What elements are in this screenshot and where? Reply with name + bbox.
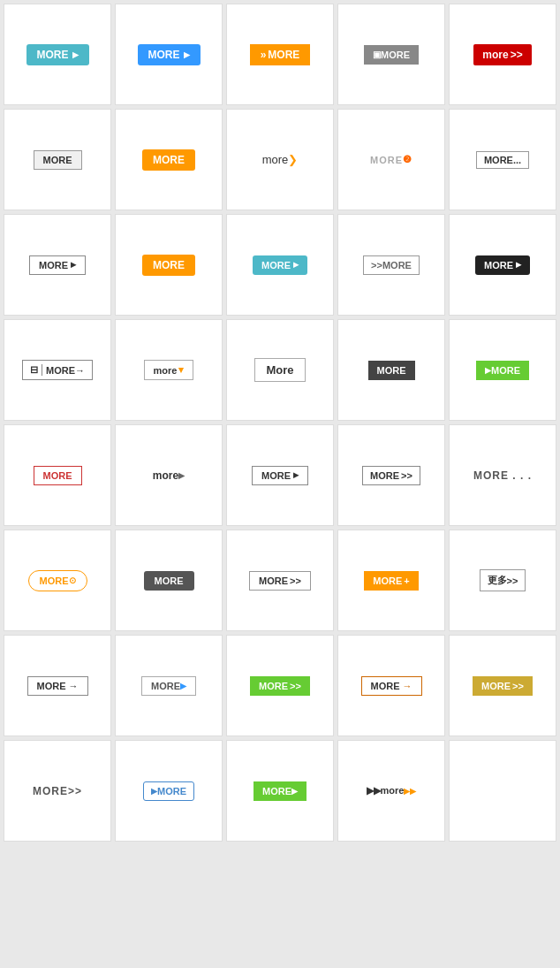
cell-7-3: MORE — [226, 635, 334, 736]
more-button-6-5[interactable] — [480, 569, 526, 591]
more-button-3-2[interactable]: MORE — [142, 255, 195, 276]
cell-5-4: MORE — [337, 424, 445, 526]
cell-2-3: more — [226, 109, 334, 210]
more-button-1-2[interactable]: MORE — [138, 44, 201, 65]
more-button-6-3[interactable]: MORE — [249, 571, 311, 591]
more-button-2-5[interactable]: MORE — [476, 151, 529, 169]
more-button-5-4[interactable]: MORE — [362, 466, 420, 485]
more-button-2-1[interactable]: MORE — [34, 150, 82, 170]
cell-6-1: MORE — [4, 530, 111, 631]
cell-1-3: MORE — [226, 4, 334, 105]
more-button-4-4[interactable]: MORE — [368, 361, 415, 380]
more-button-2-2[interactable]: MORE — [142, 149, 195, 171]
more-button-3-4[interactable]: MORE — [363, 255, 420, 275]
more-button-8-2[interactable]: MORE — [143, 781, 194, 801]
more-button-7-3[interactable]: MORE — [250, 676, 310, 696]
cell-2-2: MORE — [115, 109, 223, 210]
more-button-7-2[interactable]: MORE — [141, 676, 196, 696]
cell-8-3: MORE — [226, 740, 334, 842]
more-button-5-2[interactable]: more — [146, 467, 192, 484]
cell-4-4: MORE — [337, 319, 445, 421]
cell-8-4: ▶▶more — [337, 740, 445, 842]
cell-7-1: MORE — [4, 635, 111, 736]
cell-8-2: MORE — [115, 740, 223, 842]
cell-5-5: MORE . . . — [449, 424, 556, 526]
more-button-4-2[interactable]: more — [144, 360, 194, 380]
cell-4-5: MORE — [449, 319, 556, 421]
more-button-7-4[interactable]: MORE — [361, 676, 422, 696]
cell-6-4: MORE — [337, 530, 445, 631]
cell-4-3: More — [226, 319, 334, 421]
more-button-1-4[interactable]: MORE — [364, 45, 419, 65]
more-button-1-1[interactable]: MORE — [26, 44, 89, 65]
cell-6-3: MORE — [226, 530, 334, 631]
more-button-4-5[interactable]: MORE — [476, 361, 529, 380]
more-button-5-3[interactable]: MORE — [252, 466, 308, 485]
cell-3-5: MORE — [449, 214, 556, 316]
more-button-1-5[interactable]: more — [473, 44, 531, 65]
cell-3-4: MORE — [337, 214, 445, 316]
cell-7-4: MORE — [337, 635, 445, 736]
cell-3-1: MORE — [4, 214, 111, 316]
cell-5-3: MORE — [226, 424, 334, 526]
more-button-2-3[interactable]: more — [255, 150, 306, 169]
button-icon-section: ⊟ — [30, 364, 42, 376]
more-button-1-3[interactable]: MORE — [250, 44, 311, 65]
cell-2-1: MORE — [4, 109, 111, 210]
cell-3-3: MORE — [226, 214, 334, 316]
cell-1-1: MORE — [4, 4, 111, 105]
cell-2-4: MORE — [337, 109, 445, 210]
cell-1-2: MORE — [115, 4, 223, 105]
more-button-4-1[interactable]: ⊟MORE→ — [22, 360, 93, 380]
cell-5-2: more — [115, 424, 223, 526]
more-button-3-3[interactable]: MORE — [253, 255, 307, 275]
cell-6-2: MORE — [115, 530, 223, 631]
cell-8-1: MORE — [4, 740, 111, 842]
more-button-8-4[interactable]: ▶▶more — [359, 782, 424, 799]
more-button-3-1[interactable]: MORE — [29, 255, 86, 275]
more-button-5-1[interactable]: MORE — [34, 466, 82, 485]
more-button-3-5[interactable]: MORE — [475, 255, 530, 275]
cell-4-1: ⊟MORE→ — [4, 319, 111, 421]
more-button-2-4[interactable]: MORE — [363, 151, 420, 168]
more-button-7-1[interactable]: MORE — [27, 676, 88, 696]
cell-3-2: MORE — [115, 214, 223, 316]
cell-2-5: MORE — [449, 109, 556, 210]
more-button-6-1[interactable]: MORE — [28, 570, 87, 591]
cell-8-5 — [449, 740, 556, 842]
more-button-8-3[interactable]: MORE — [254, 781, 306, 801]
cell-1-5: more — [449, 4, 556, 105]
more-button-8-1[interactable]: MORE — [26, 782, 89, 800]
more-button-5-5[interactable]: MORE . . . — [466, 467, 539, 484]
cell-1-4: MORE — [337, 4, 445, 105]
cell-7-5: MORE — [449, 635, 556, 736]
cell-7-2: MORE — [115, 635, 223, 736]
more-button-4-3[interactable]: More — [254, 358, 305, 382]
more-button-6-4[interactable]: MORE — [364, 571, 418, 591]
more-button-7-5[interactable]: MORE — [473, 676, 533, 696]
more-button-6-2[interactable]: MORE — [144, 571, 194, 591]
cell-6-5 — [449, 530, 556, 631]
button-grid: MORE MORE MORE MORE more MORE MORE more … — [0, 0, 560, 845]
cell-4-2: more — [115, 319, 223, 421]
cell-5-1: MORE — [4, 424, 111, 526]
